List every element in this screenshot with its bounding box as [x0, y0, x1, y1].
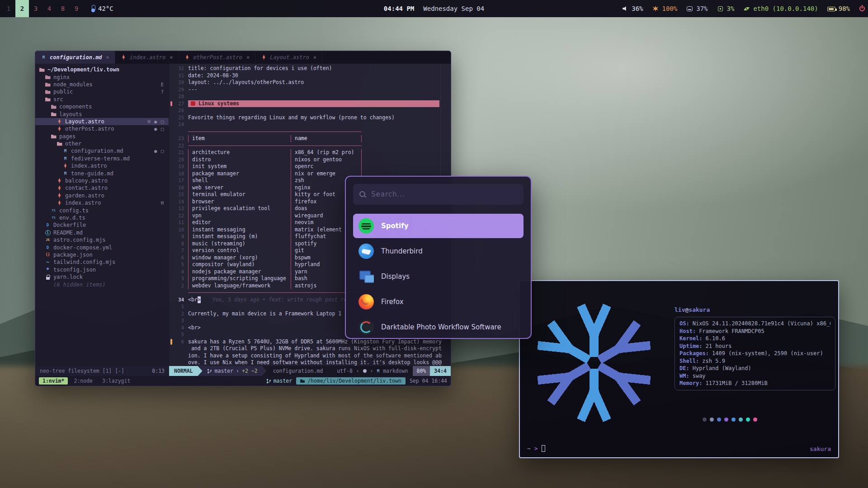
table-row[interactable]: 20 distro nixos or gentoo	[169, 156, 451, 164]
tree-item[interactable]: docker-compose.yml	[35, 244, 169, 251]
json-icon	[45, 252, 51, 258]
buffer-line[interactable]: 24	[169, 121, 451, 128]
table-cell-item: instant messaging	[189, 226, 291, 234]
workspace-button[interactable]: 4	[42, 0, 56, 17]
buffer-tab[interactable]: configuration.md ×	[35, 51, 115, 64]
text-cursor: >	[198, 296, 201, 304]
workspace-button[interactable]: 2	[15, 0, 29, 17]
tree-item[interactable]: yarn.lock	[35, 273, 169, 281]
tree-item[interactable]: tone-guide.md	[35, 169, 169, 177]
power-button[interactable]	[856, 0, 868, 17]
tree-item[interactable]: package.json	[35, 251, 169, 258]
buffer-line[interactable]: 26	[169, 107, 451, 114]
tree-item[interactable]: pages	[35, 133, 169, 140]
status-module[interactable]: 36%	[622, 5, 643, 12]
fetch-terminal[interactable]: liv@sakura OS: NixOS 24.11.20240828.71e9…	[519, 280, 839, 458]
tree-item-label: docker-compose.yml	[53, 244, 112, 251]
tree-item[interactable]: otherPost.astro ● □	[35, 125, 169, 132]
launcher-item[interactable]: Darktable Photo Workflow Software	[353, 315, 524, 339]
tree-item[interactable]: config.ts	[35, 206, 169, 214]
buffer-tab[interactable]: otherPost.astro ×	[179, 51, 256, 64]
astro-icon	[62, 163, 68, 169]
launcher-item[interactable]: Displays	[353, 264, 524, 289]
buffer-line[interactable]: 29 ---	[169, 86, 451, 94]
tree-item-label: nginx	[53, 74, 70, 80]
tmux-window[interactable]: 3:lazygit	[99, 377, 134, 385]
status-module[interactable]: 37%	[686, 5, 708, 12]
tree-item[interactable]: tsconfig.json	[35, 266, 169, 273]
table-row[interactable]: 21 architecture x86_64 (rip m2 pro)	[169, 149, 451, 156]
tab-close-icon[interactable]: ×	[313, 54, 316, 61]
tab-close-icon[interactable]: ×	[246, 54, 250, 61]
buffer-line[interactable]: 6 sakura has a Ryzen 5 7640U, 32GB of DD…	[169, 338, 451, 346]
tree-item[interactable]: configuration.md ● □	[35, 147, 169, 155]
tree-item[interactable]: astro.config.mjs	[35, 236, 169, 244]
workspace-button[interactable]: 3	[29, 0, 42, 17]
tree-item-badge: H ● □	[147, 119, 166, 124]
tree-item[interactable]: fediverse-terms.md	[35, 155, 169, 162]
tree-item[interactable]: README.md	[35, 229, 169, 236]
buffer-line[interactable]: 30 layout: ../../layouts/otherPost.astro	[169, 79, 451, 86]
buffer-line[interactable]: 31 date: 2024-08-30	[169, 72, 451, 80]
powerline-separator	[198, 366, 203, 376]
line-number: 10	[175, 226, 188, 234]
launcher-item[interactable]: Thunderbird	[353, 239, 524, 263]
tree-item[interactable]: Dockerfile	[35, 221, 169, 229]
buffer-line[interactable]: 25 Favorite things regarding Linux and m…	[169, 114, 451, 122]
buffer-line[interactable]: 28	[169, 93, 451, 100]
tree-item[interactable]: src	[35, 96, 169, 103]
buffer-line[interactable]: 27 Linux systems	[169, 100, 451, 108]
workspace-button[interactable]: 1	[2, 0, 15, 17]
tree-item-label: package.json	[53, 252, 93, 258]
markdown-icon	[41, 55, 47, 61]
tree-item[interactable]: index.astro H	[35, 199, 169, 206]
buffer-line[interactable]: ove. I use Nix when I need software with…	[169, 359, 451, 366]
tree-item[interactable]: public ?	[35, 88, 169, 95]
buffer-tab[interactable]: Layout.astro ×	[255, 51, 322, 64]
tree-item[interactable]: tailwind.config.mjs	[35, 258, 169, 266]
launcher-search[interactable]	[353, 184, 524, 205]
line-number: 1	[175, 303, 188, 310]
buffer-line[interactable]: 32 title: configuration for devices i us…	[169, 65, 451, 72]
search-input[interactable]	[371, 190, 517, 198]
buffer-line[interactable]: ion. I have a setup consisting of Hyprla…	[169, 352, 451, 360]
launcher-item[interactable]: Firefox	[353, 290, 524, 314]
status-module[interactable]: eth0 (10.0.0.140)	[743, 5, 818, 12]
tree-item[interactable]: Layout.astro H ● □	[35, 118, 169, 125]
tmux-window[interactable]: 1:nvim*	[39, 377, 68, 385]
module-value: 37%	[696, 5, 708, 12]
tree-item[interactable]: (6 hidden items)	[35, 281, 169, 288]
tab-close-icon[interactable]: ×	[106, 54, 109, 61]
launcher-item[interactable]: Spotify	[353, 214, 524, 238]
tree-item[interactable]: nginx	[35, 73, 169, 80]
tree-item[interactable]: balcony.astro	[35, 177, 169, 184]
line-text: ove. I use Nix when I need software with…	[188, 359, 451, 366]
tree-item[interactable]: other	[35, 140, 169, 147]
tree-item-label: README.md	[53, 230, 83, 236]
thunderbird-icon	[359, 244, 374, 259]
tree-item[interactable]: components	[35, 103, 169, 110]
tree-item[interactable]: layouts	[35, 110, 169, 117]
tree-item-label: config.ts	[59, 207, 89, 214]
tree-item[interactable]: contact.astro	[35, 184, 169, 192]
status-module[interactable]: 3%	[717, 5, 735, 12]
tmux-window[interactable]: 2:node	[70, 377, 96, 385]
shell-prompt[interactable]: ~ >	[527, 445, 545, 452]
tab-close-icon[interactable]: ×	[170, 54, 173, 61]
status-module[interactable]: 98%	[827, 5, 850, 12]
line-number: 3	[175, 317, 188, 324]
buffer-line[interactable]: and a 2TB (Crucial P5 Plus) NVMe drive. …	[169, 345, 451, 352]
status-module[interactable]: 100%	[652, 5, 678, 12]
workspace-button[interactable]: 8	[56, 0, 70, 17]
table-row[interactable]: 19 init system openrc	[169, 163, 451, 170]
tree-item[interactable]: node_modules E	[35, 81, 169, 88]
tree-item[interactable]: index.astro	[35, 162, 169, 169]
astro-icon	[57, 192, 62, 198]
tree-item[interactable]: env.d.ts	[35, 214, 169, 221]
table-header-row[interactable]: 23 item name	[169, 135, 451, 142]
launcher-item-label: Thunderbird	[381, 247, 423, 255]
buffer-tab[interactable]: index.astro ×	[115, 51, 179, 64]
workspace-button[interactable]: 9	[70, 0, 83, 17]
tree-item[interactable]: garden.astro	[35, 192, 169, 199]
tree-item[interactable]: ~/Development/liv.town	[35, 66, 169, 73]
